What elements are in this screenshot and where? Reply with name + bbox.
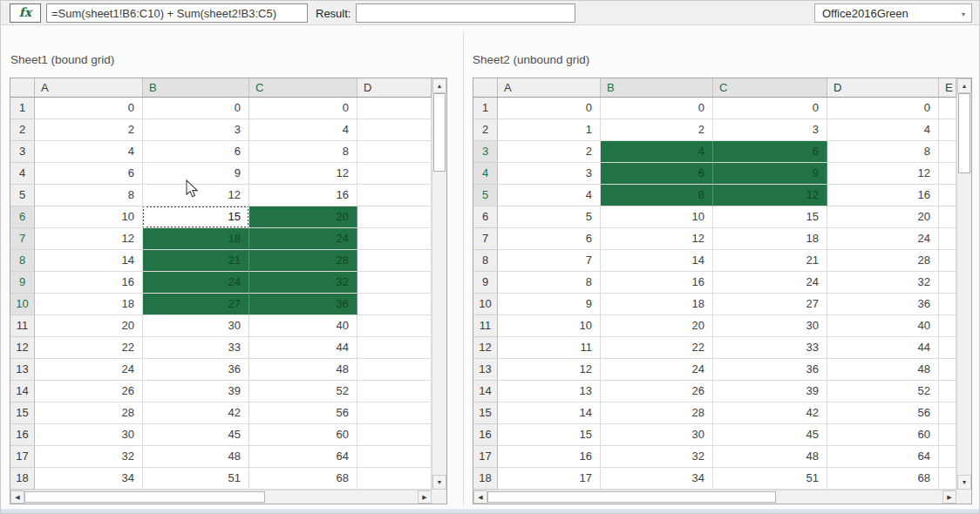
cell-C1[interactable]: 0 — [713, 98, 827, 119]
cell-B13[interactable]: 24 — [601, 359, 713, 381]
cell-B18[interactable]: 51 — [143, 468, 249, 490]
cell-A10[interactable]: 9 — [498, 294, 601, 315]
vertical-scroll-thumb[interactable] — [958, 93, 970, 173]
row-header-8[interactable]: 8 — [473, 250, 498, 272]
cell-D17[interactable] — [357, 446, 432, 468]
cell-D13[interactable] — [357, 359, 432, 381]
cell-C16[interactable]: 60 — [249, 424, 357, 446]
cell-E14[interactable] — [939, 381, 956, 402]
cell-B8[interactable]: 21 — [143, 250, 249, 272]
cell-D2[interactable]: 4 — [827, 119, 939, 141]
cell-C16[interactable]: 45 — [713, 424, 827, 446]
row-header-9[interactable]: 9 — [10, 272, 35, 294]
cell-C6[interactable]: 20 — [249, 206, 357, 228]
row-header-10[interactable]: 10 — [10, 294, 35, 315]
cell-E18[interactable] — [939, 468, 956, 490]
cell-A17[interactable]: 16 — [498, 446, 601, 468]
cell-A7[interactable]: 12 — [35, 228, 143, 250]
row-header-11[interactable]: 11 — [10, 315, 35, 337]
row-header-3[interactable]: 3 — [10, 141, 35, 163]
cell-A1[interactable]: 0 — [35, 98, 143, 119]
row-header-16[interactable]: 16 — [473, 424, 498, 446]
cell-E1[interactable] — [939, 98, 956, 119]
cell-A5[interactable]: 4 — [498, 185, 601, 206]
cell-D3[interactable]: 8 — [827, 141, 939, 163]
cell-C1[interactable]: 0 — [249, 98, 357, 119]
cell-A3[interactable]: 2 — [498, 141, 601, 163]
cell-D16[interactable]: 60 — [827, 424, 939, 446]
cell-C14[interactable]: 39 — [713, 381, 827, 402]
cell-A10[interactable]: 18 — [35, 294, 143, 315]
cell-C11[interactable]: 30 — [713, 315, 827, 337]
cell-A4[interactable]: 3 — [498, 163, 601, 185]
scroll-up-icon[interactable]: ▲ — [432, 78, 446, 93]
cell-A7[interactable]: 6 — [498, 228, 601, 250]
row-header-4[interactable]: 4 — [473, 163, 498, 185]
col-header-C[interactable]: C — [249, 78, 357, 97]
col-header-E[interactable]: E — [939, 78, 956, 97]
cell-D12[interactable] — [357, 337, 432, 359]
cell-E9[interactable] — [939, 272, 956, 294]
cell-B2[interactable]: 2 — [601, 119, 713, 141]
cell-A18[interactable]: 17 — [498, 468, 601, 490]
cell-C5[interactable]: 16 — [249, 185, 357, 206]
cell-D5[interactable]: 16 — [827, 185, 939, 206]
row-header-12[interactable]: 12 — [473, 337, 498, 359]
cell-E12[interactable] — [939, 337, 956, 359]
cell-B14[interactable]: 26 — [601, 381, 713, 402]
cell-B13[interactable]: 36 — [143, 359, 249, 381]
cell-E2[interactable] — [939, 119, 956, 141]
cell-E3[interactable] — [939, 141, 956, 163]
row-header-17[interactable]: 17 — [10, 446, 35, 468]
cell-B7[interactable]: 12 — [601, 228, 713, 250]
row-header-3[interactable]: 3 — [473, 141, 498, 163]
cell-A14[interactable]: 13 — [498, 381, 601, 402]
row-header-7[interactable]: 7 — [10, 228, 35, 250]
cell-A8[interactable]: 14 — [35, 250, 143, 272]
cell-B6[interactable]: 15 — [143, 206, 249, 228]
cell-A17[interactable]: 32 — [35, 446, 143, 468]
cell-B17[interactable]: 32 — [601, 446, 713, 468]
cell-D14[interactable] — [357, 381, 432, 402]
row-header-6[interactable]: 6 — [473, 206, 498, 228]
cell-A12[interactable]: 11 — [498, 337, 601, 359]
cell-A16[interactable]: 30 — [35, 424, 143, 446]
cell-B3[interactable]: 4 — [601, 141, 713, 163]
cell-D4[interactable]: 12 — [827, 163, 939, 185]
col-header-B[interactable]: B — [601, 78, 713, 97]
row-header-5[interactable]: 5 — [473, 185, 498, 206]
select-all-corner[interactable] — [473, 78, 498, 97]
scroll-right-icon[interactable]: ▶ — [943, 490, 956, 504]
sheet2-vertical-scrollbar[interactable]: ▲ ▼ — [956, 78, 971, 490]
col-header-D[interactable]: D — [357, 78, 432, 97]
col-header-A[interactable]: A — [35, 78, 143, 97]
cell-A1[interactable]: 0 — [498, 98, 601, 119]
cell-B11[interactable]: 20 — [601, 315, 713, 337]
sheet2-horizontal-scrollbar[interactable]: ◀ ▶ — [473, 490, 956, 504]
row-header-14[interactable]: 14 — [10, 381, 35, 402]
result-input[interactable] — [356, 3, 575, 23]
cell-D15[interactable]: 56 — [827, 402, 939, 424]
row-header-10[interactable]: 10 — [473, 294, 498, 315]
cell-C13[interactable]: 36 — [713, 359, 827, 381]
cell-C17[interactable]: 48 — [713, 446, 827, 468]
cell-E6[interactable] — [939, 206, 956, 228]
cell-A11[interactable]: 20 — [35, 315, 143, 337]
row-header-12[interactable]: 12 — [10, 337, 35, 359]
cell-D10[interactable] — [357, 294, 432, 315]
row-header-6[interactable]: 6 — [10, 206, 35, 228]
cell-B3[interactable]: 6 — [143, 141, 249, 163]
row-header-18[interactable]: 18 — [10, 468, 35, 490]
cell-D17[interactable]: 64 — [827, 446, 939, 468]
cell-D16[interactable] — [357, 424, 432, 446]
row-header-4[interactable]: 4 — [10, 163, 35, 185]
col-header-B[interactable]: B — [143, 78, 249, 97]
cell-B12[interactable]: 22 — [601, 337, 713, 359]
cell-C2[interactable]: 4 — [249, 119, 357, 141]
cell-C4[interactable]: 9 — [713, 163, 827, 185]
cell-A15[interactable]: 28 — [35, 402, 143, 424]
scroll-right-icon[interactable]: ▶ — [418, 490, 432, 504]
cell-A3[interactable]: 4 — [35, 141, 143, 163]
row-header-14[interactable]: 14 — [473, 381, 498, 402]
cell-A9[interactable]: 8 — [498, 272, 601, 294]
